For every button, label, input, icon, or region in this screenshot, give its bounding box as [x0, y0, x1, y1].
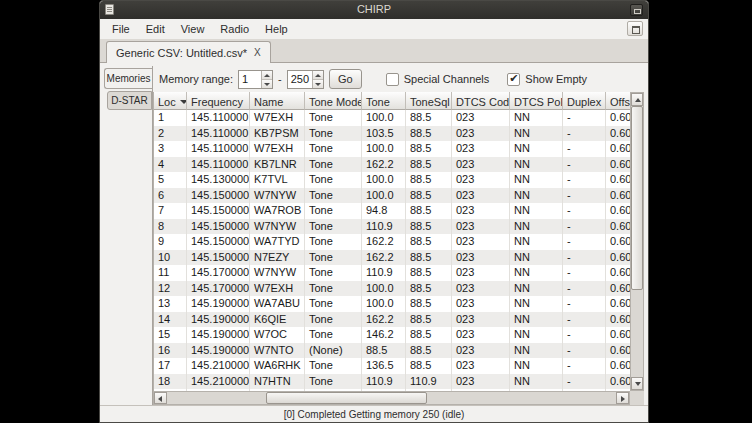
- cell-dtcs-code[interactable]: 023: [452, 157, 510, 173]
- cell-dtcs-code[interactable]: 023: [452, 172, 510, 188]
- range-end-spinner[interactable]: 250: [287, 70, 324, 89]
- cell-offset[interactable]: 0.600000: [606, 281, 630, 297]
- cell-offset[interactable]: 0.600000: [606, 358, 630, 374]
- menu-radio[interactable]: Radio: [212, 20, 257, 38]
- cell-name[interactable]: WA7ABU: [250, 296, 305, 312]
- cell-dtcs-pol[interactable]: NN: [510, 219, 563, 235]
- cell-duplex[interactable]: -: [563, 110, 606, 126]
- cell-loc[interactable]: 15: [154, 327, 187, 343]
- cell-dtcs-code[interactable]: 023: [452, 374, 510, 390]
- range-start-value[interactable]: 1: [239, 71, 261, 88]
- vertical-scrollbar[interactable]: [630, 92, 644, 391]
- cell-frequency[interactable]: 145.110000: [187, 110, 250, 126]
- go-button[interactable]: Go: [329, 69, 362, 89]
- cell-dtcs-pol[interactable]: NN: [510, 126, 563, 142]
- cell-loc[interactable]: 17: [154, 358, 187, 374]
- cell-offset[interactable]: 0.600000: [606, 188, 630, 204]
- table-row[interactable]: 14145.190000K6QIETone162.288.5023NN-0.60…: [154, 312, 630, 328]
- cell-duplex[interactable]: -: [563, 374, 606, 390]
- column-header-duplex[interactable]: Duplex: [563, 92, 606, 110]
- cell-tone-mode[interactable]: Tone: [305, 358, 362, 374]
- cell-dtcs-pol[interactable]: NN: [510, 265, 563, 281]
- cell-tone[interactable]: 110.9: [362, 219, 406, 235]
- cell-frequency[interactable]: 145.170000: [187, 281, 250, 297]
- spin-up-icon[interactable]: [262, 71, 272, 80]
- cell-offset[interactable]: 0.600000: [606, 110, 630, 126]
- cell-tonesql[interactable]: 88.5: [406, 312, 452, 328]
- special-channels-checkbox[interactable]: [386, 73, 399, 86]
- table-row[interactable]: 5145.130000K7TVLTone100.088.5023NN-0.600…: [154, 172, 630, 188]
- cell-dtcs-code[interactable]: 023: [452, 281, 510, 297]
- cell-dtcs-code[interactable]: 023: [452, 327, 510, 343]
- vertical-scroll-trough[interactable]: [631, 106, 643, 377]
- spinner-arrows[interactable]: [312, 71, 323, 88]
- cell-offset[interactable]: 0.600000: [606, 296, 630, 312]
- column-header-dtcs-pol[interactable]: DTCS Pol: [510, 92, 563, 110]
- cell-tonesql[interactable]: 88.5: [406, 141, 452, 157]
- table-row[interactable]: 16145.190000W7NTO(None)88.588.5023NN-0.6…: [154, 343, 630, 359]
- cell-frequency[interactable]: 145.130000: [187, 172, 250, 188]
- cell-loc[interactable]: 14: [154, 312, 187, 328]
- cell-tone[interactable]: 100.0: [362, 296, 406, 312]
- table-row[interactable]: 1145.110000W7EXHTone100.088.5023NN-0.600…: [154, 110, 630, 126]
- spin-down-icon[interactable]: [313, 80, 323, 88]
- cell-dtcs-code[interactable]: 023: [452, 250, 510, 266]
- cell-tone[interactable]: 100.0: [362, 141, 406, 157]
- column-header-offset[interactable]: Offset: [606, 92, 630, 110]
- vertical-scroll-thumb[interactable]: [631, 106, 643, 290]
- cell-duplex[interactable]: -: [563, 172, 606, 188]
- cell-duplex[interactable]: -: [563, 250, 606, 266]
- cell-frequency[interactable]: 145.190000: [187, 327, 250, 343]
- cell-tonesql[interactable]: 88.5: [406, 296, 452, 312]
- cell-tonesql[interactable]: 88.5: [406, 250, 452, 266]
- table-row[interactable]: 9145.150000WA7TYDTone162.288.5023NN-0.60…: [154, 234, 630, 250]
- column-header-tone[interactable]: Tone: [362, 92, 406, 110]
- cell-frequency[interactable]: 145.150000: [187, 203, 250, 219]
- cell-duplex[interactable]: -: [563, 203, 606, 219]
- cell-tone[interactable]: 100.0: [362, 110, 406, 126]
- cell-tonesql[interactable]: 88.5: [406, 219, 452, 235]
- cell-dtcs-code[interactable]: 023: [452, 219, 510, 235]
- cell-name[interactable]: W7NYW: [250, 188, 305, 204]
- cell-tone[interactable]: 103.5: [362, 126, 406, 142]
- cell-tone-mode[interactable]: Tone: [305, 141, 362, 157]
- cell-tone-mode[interactable]: Tone: [305, 281, 362, 297]
- cell-duplex[interactable]: -: [563, 343, 606, 359]
- horizontal-scrollbar[interactable]: [153, 391, 630, 405]
- cell-tonesql[interactable]: 88.5: [406, 358, 452, 374]
- cell-frequency[interactable]: 145.150000: [187, 250, 250, 266]
- cell-tonesql[interactable]: 88.5: [406, 110, 452, 126]
- cell-tone[interactable]: 110.9: [362, 265, 406, 281]
- cell-dtcs-code[interactable]: 023: [452, 234, 510, 250]
- cell-offset[interactable]: 0.600000: [606, 327, 630, 343]
- cell-dtcs-code[interactable]: 023: [452, 343, 510, 359]
- cell-tone-mode[interactable]: Tone: [305, 110, 362, 126]
- menu-help[interactable]: Help: [257, 20, 296, 38]
- cell-loc[interactable]: 12: [154, 281, 187, 297]
- cell-name[interactable]: N7EZY: [250, 250, 305, 266]
- cell-tone[interactable]: 110.9: [362, 374, 406, 390]
- spin-up-icon[interactable]: [313, 71, 323, 80]
- cell-duplex[interactable]: -: [563, 312, 606, 328]
- cell-tonesql[interactable]: 88.5: [406, 343, 452, 359]
- cell-loc[interactable]: 1: [154, 110, 187, 126]
- cell-tone[interactable]: 88.5: [362, 343, 406, 359]
- cell-loc[interactable]: 5: [154, 172, 187, 188]
- table-row[interactable]: 18145.210000N7HTNTone110.9110.9023NN-0.6…: [154, 374, 630, 390]
- cell-tone-mode[interactable]: Tone: [305, 157, 362, 173]
- cell-name[interactable]: WA6RHK: [250, 358, 305, 374]
- cell-loc[interactable]: 2: [154, 126, 187, 142]
- cell-name[interactable]: W7NYW: [250, 265, 305, 281]
- horizontal-scroll-trough[interactable]: [167, 392, 616, 404]
- cell-tone-mode[interactable]: (None): [305, 343, 362, 359]
- cell-tonesql[interactable]: 88.5: [406, 234, 452, 250]
- cell-tonesql[interactable]: 88.5: [406, 172, 452, 188]
- document-tab[interactable]: Generic CSV: Untitled.csv* X: [106, 41, 271, 63]
- cell-duplex[interactable]: -: [563, 126, 606, 142]
- scroll-right-icon[interactable]: [616, 392, 629, 404]
- menu-file[interactable]: File: [104, 20, 138, 38]
- cell-dtcs-code[interactable]: 023: [452, 358, 510, 374]
- table-row[interactable]: 4145.110000KB7LNRTone162.288.5023NN-0.60…: [154, 157, 630, 173]
- cell-tone-mode[interactable]: Tone: [305, 265, 362, 281]
- cell-frequency[interactable]: 145.190000: [187, 296, 250, 312]
